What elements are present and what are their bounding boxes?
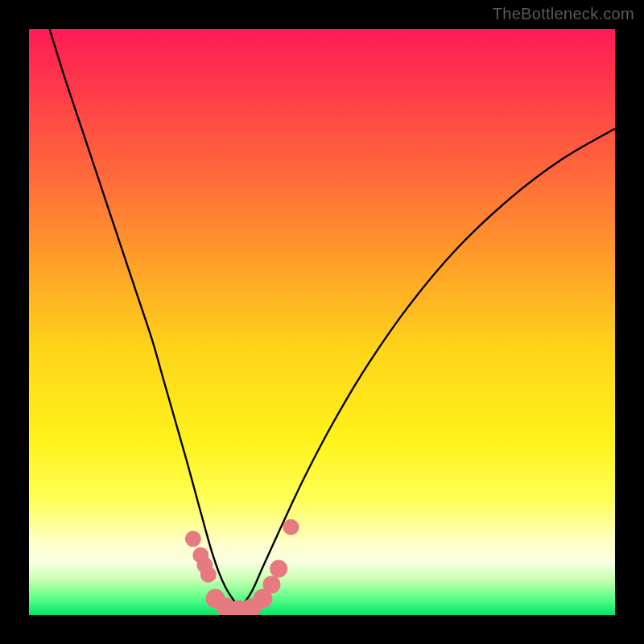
watermark-text: TheBottleneck.com [493, 5, 634, 23]
plot-area [29, 29, 615, 615]
chart-frame: TheBottleneck.com [0, 0, 644, 644]
